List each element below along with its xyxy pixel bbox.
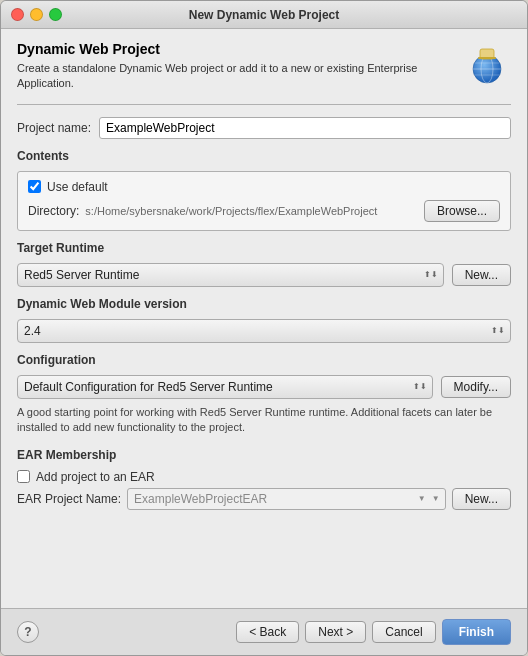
back-button[interactable]: < Back (236, 621, 299, 643)
ear-project-name-wrapper: ▼ (127, 488, 446, 510)
ear-add-checkbox[interactable] (17, 470, 30, 483)
ear-new-button[interactable]: New... (452, 488, 511, 510)
titlebar: New Dynamic Web Project (1, 1, 527, 29)
target-runtime-select[interactable]: Red5 Server Runtime (17, 263, 444, 287)
module-version-select-wrapper: 2.4 (17, 319, 511, 343)
window-controls (11, 8, 62, 21)
use-default-label: Use default (47, 180, 108, 194)
ear-project-name-label: EAR Project Name: (17, 492, 121, 506)
header-section: Dynamic Web Project Create a standalone … (17, 41, 511, 92)
use-default-checkbox[interactable] (28, 180, 41, 193)
ear-membership-section: EAR Membership Add project to an EAR EAR… (17, 448, 511, 510)
help-button[interactable]: ? (17, 621, 39, 643)
target-runtime-row: Red5 Server Runtime New... (17, 263, 511, 287)
target-runtime-section: Target Runtime Red5 Server Runtime New..… (17, 241, 511, 287)
target-runtime-select-wrapper: Red5 Server Runtime (17, 263, 444, 287)
project-name-row: Project name: (17, 117, 511, 139)
next-button[interactable]: Next > (305, 621, 366, 643)
minimize-button[interactable] (30, 8, 43, 21)
directory-row: Directory: s:/Home/sybersnake/work/Proje… (28, 200, 500, 222)
globe-icon (467, 45, 507, 85)
directory-label: Directory: (28, 204, 79, 218)
contents-section: Contents Use default Directory: s:/Home/… (17, 149, 511, 231)
module-version-label: Dynamic Web Module version (17, 297, 511, 311)
module-version-section: Dynamic Web Module version 2.4 (17, 297, 511, 343)
header-text: Dynamic Web Project Create a standalone … (17, 41, 453, 92)
configuration-section: Configuration Default Configuration for … (17, 353, 511, 438)
close-button[interactable] (11, 8, 24, 21)
configuration-select[interactable]: Default Configuration for Red5 Server Ru… (17, 375, 433, 399)
window-title: New Dynamic Web Project (189, 8, 340, 22)
wizard-title: Dynamic Web Project (17, 41, 453, 57)
finish-button[interactable]: Finish (442, 619, 511, 645)
target-runtime-new-button[interactable]: New... (452, 264, 511, 286)
module-version-select[interactable]: 2.4 (17, 319, 511, 343)
main-content: Dynamic Web Project Create a standalone … (1, 29, 527, 608)
header-divider (17, 104, 511, 105)
configuration-select-wrapper: Default Configuration for Red5 Server Ru… (17, 375, 433, 399)
directory-value: s:/Home/sybersnake/work/Projects/flex/Ex… (85, 205, 418, 217)
configuration-modify-button[interactable]: Modify... (441, 376, 511, 398)
ear-project-name-input[interactable] (127, 488, 446, 510)
ear-membership-label: EAR Membership (17, 448, 511, 462)
project-name-label: Project name: (17, 121, 91, 135)
dialog-footer: ? < Back Next > Cancel Finish (1, 608, 527, 655)
ear-add-row: Add project to an EAR (17, 470, 511, 484)
configuration-label: Configuration (17, 353, 511, 367)
contents-label: Contents (17, 149, 511, 163)
browse-button[interactable]: Browse... (424, 200, 500, 222)
target-runtime-label: Target Runtime (17, 241, 511, 255)
wizard-description: Create a standalone Dynamic Web project … (17, 61, 453, 92)
footer-left: ? (17, 621, 39, 643)
ear-project-name-row: EAR Project Name: ▼ New... (17, 488, 511, 510)
wizard-icon (463, 41, 511, 89)
project-name-input[interactable] (99, 117, 511, 139)
maximize-button[interactable] (49, 8, 62, 21)
cancel-button[interactable]: Cancel (372, 621, 435, 643)
dialog-window: New Dynamic Web Project Dynamic Web Proj… (0, 0, 528, 656)
contents-box: Use default Directory: s:/Home/sybersnak… (17, 171, 511, 231)
svg-rect-6 (478, 57, 496, 59)
configuration-row: Default Configuration for Red5 Server Ru… (17, 375, 511, 399)
configuration-description: A good starting point for working with R… (17, 403, 511, 438)
use-default-row: Use default (28, 180, 500, 194)
ear-add-label: Add project to an EAR (36, 470, 155, 484)
